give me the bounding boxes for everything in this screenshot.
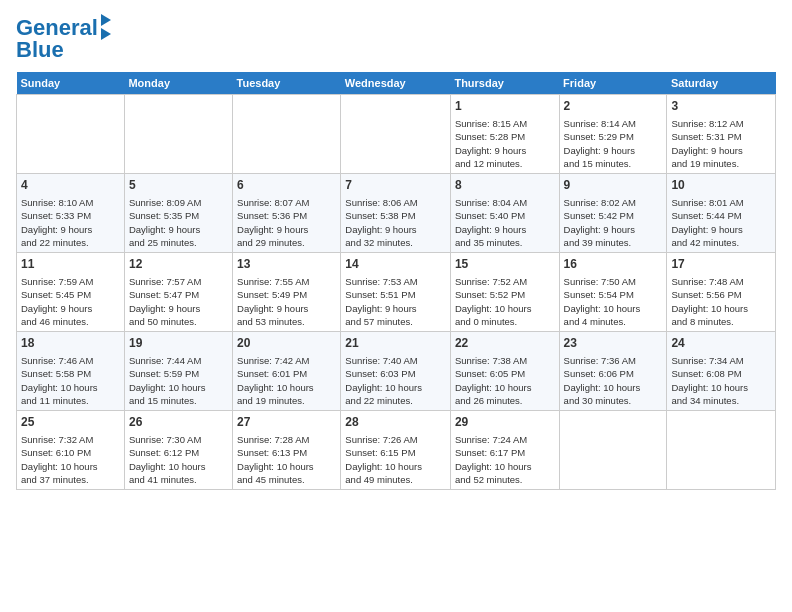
day-info: Sunrise: 7:55 AMSunset: 5:49 PMDaylight:… (237, 275, 336, 328)
day-number: 15 (455, 256, 555, 273)
calendar-cell: 29Sunrise: 7:24 AMSunset: 6:17 PMDayligh… (450, 411, 559, 490)
col-friday: Friday (559, 72, 667, 95)
logo-subtext: Blue (16, 38, 64, 62)
day-info: Sunrise: 8:02 AMSunset: 5:42 PMDaylight:… (564, 196, 663, 249)
calendar-cell: 9Sunrise: 8:02 AMSunset: 5:42 PMDaylight… (559, 174, 667, 253)
day-number: 24 (671, 335, 771, 352)
week-row-4: 18Sunrise: 7:46 AMSunset: 5:58 PMDayligh… (17, 332, 776, 411)
day-info: Sunrise: 7:48 AMSunset: 5:56 PMDaylight:… (671, 275, 771, 328)
calendar-cell: 14Sunrise: 7:53 AMSunset: 5:51 PMDayligh… (341, 253, 451, 332)
calendar-cell (124, 95, 232, 174)
day-number: 29 (455, 414, 555, 431)
calendar-cell: 12Sunrise: 7:57 AMSunset: 5:47 PMDayligh… (124, 253, 232, 332)
calendar-body: 1Sunrise: 8:15 AMSunset: 5:28 PMDaylight… (17, 95, 776, 490)
day-number: 18 (21, 335, 120, 352)
day-info: Sunrise: 8:09 AMSunset: 5:35 PMDaylight:… (129, 196, 228, 249)
calendar-table: Sunday Monday Tuesday Wednesday Thursday… (16, 72, 776, 490)
day-number: 20 (237, 335, 336, 352)
day-number: 17 (671, 256, 771, 273)
week-row-5: 25Sunrise: 7:32 AMSunset: 6:10 PMDayligh… (17, 411, 776, 490)
day-number: 22 (455, 335, 555, 352)
day-number: 5 (129, 177, 228, 194)
calendar-cell: 11Sunrise: 7:59 AMSunset: 5:45 PMDayligh… (17, 253, 125, 332)
day-number: 16 (564, 256, 663, 273)
day-info: Sunrise: 7:53 AMSunset: 5:51 PMDaylight:… (345, 275, 446, 328)
calendar-cell (341, 95, 451, 174)
day-number: 10 (671, 177, 771, 194)
calendar-cell: 21Sunrise: 7:40 AMSunset: 6:03 PMDayligh… (341, 332, 451, 411)
day-info: Sunrise: 7:30 AMSunset: 6:12 PMDaylight:… (129, 433, 228, 486)
calendar-cell: 3Sunrise: 8:12 AMSunset: 5:31 PMDaylight… (667, 95, 776, 174)
day-info: Sunrise: 7:57 AMSunset: 5:47 PMDaylight:… (129, 275, 228, 328)
day-number: 23 (564, 335, 663, 352)
calendar-cell (667, 411, 776, 490)
calendar-cell: 5Sunrise: 8:09 AMSunset: 5:35 PMDaylight… (124, 174, 232, 253)
header-row: Sunday Monday Tuesday Wednesday Thursday… (17, 72, 776, 95)
day-number: 19 (129, 335, 228, 352)
day-number: 1 (455, 98, 555, 115)
day-number: 13 (237, 256, 336, 273)
day-info: Sunrise: 7:59 AMSunset: 5:45 PMDaylight:… (21, 275, 120, 328)
week-row-1: 1Sunrise: 8:15 AMSunset: 5:28 PMDaylight… (17, 95, 776, 174)
day-number: 4 (21, 177, 120, 194)
day-number: 7 (345, 177, 446, 194)
day-info: Sunrise: 8:12 AMSunset: 5:31 PMDaylight:… (671, 117, 771, 170)
calendar-cell: 2Sunrise: 8:14 AMSunset: 5:29 PMDaylight… (559, 95, 667, 174)
day-number: 9 (564, 177, 663, 194)
calendar-cell (17, 95, 125, 174)
day-number: 3 (671, 98, 771, 115)
day-info: Sunrise: 7:40 AMSunset: 6:03 PMDaylight:… (345, 354, 446, 407)
day-number: 21 (345, 335, 446, 352)
day-info: Sunrise: 7:28 AMSunset: 6:13 PMDaylight:… (237, 433, 336, 486)
calendar-cell: 20Sunrise: 7:42 AMSunset: 6:01 PMDayligh… (233, 332, 341, 411)
day-info: Sunrise: 7:26 AMSunset: 6:15 PMDaylight:… (345, 433, 446, 486)
col-thursday: Thursday (450, 72, 559, 95)
calendar-cell: 1Sunrise: 8:15 AMSunset: 5:28 PMDaylight… (450, 95, 559, 174)
day-info: Sunrise: 8:01 AMSunset: 5:44 PMDaylight:… (671, 196, 771, 249)
day-info: Sunrise: 7:32 AMSunset: 6:10 PMDaylight:… (21, 433, 120, 486)
day-info: Sunrise: 8:14 AMSunset: 5:29 PMDaylight:… (564, 117, 663, 170)
day-number: 6 (237, 177, 336, 194)
day-number: 25 (21, 414, 120, 431)
calendar-cell: 8Sunrise: 8:04 AMSunset: 5:40 PMDaylight… (450, 174, 559, 253)
day-number: 14 (345, 256, 446, 273)
calendar-cell: 26Sunrise: 7:30 AMSunset: 6:12 PMDayligh… (124, 411, 232, 490)
calendar-cell: 22Sunrise: 7:38 AMSunset: 6:05 PMDayligh… (450, 332, 559, 411)
week-row-2: 4Sunrise: 8:10 AMSunset: 5:33 PMDaylight… (17, 174, 776, 253)
day-info: Sunrise: 7:36 AMSunset: 6:06 PMDaylight:… (564, 354, 663, 407)
col-tuesday: Tuesday (233, 72, 341, 95)
day-info: Sunrise: 8:15 AMSunset: 5:28 PMDaylight:… (455, 117, 555, 170)
calendar-cell: 19Sunrise: 7:44 AMSunset: 5:59 PMDayligh… (124, 332, 232, 411)
page: General Blue Sunday Monday Tuesday We (0, 0, 792, 498)
day-info: Sunrise: 7:34 AMSunset: 6:08 PMDaylight:… (671, 354, 771, 407)
calendar-cell: 27Sunrise: 7:28 AMSunset: 6:13 PMDayligh… (233, 411, 341, 490)
calendar-cell (233, 95, 341, 174)
header: General Blue (16, 16, 776, 62)
day-number: 26 (129, 414, 228, 431)
day-info: Sunrise: 7:52 AMSunset: 5:52 PMDaylight:… (455, 275, 555, 328)
day-info: Sunrise: 8:07 AMSunset: 5:36 PMDaylight:… (237, 196, 336, 249)
calendar-cell: 15Sunrise: 7:52 AMSunset: 5:52 PMDayligh… (450, 253, 559, 332)
day-number: 12 (129, 256, 228, 273)
day-info: Sunrise: 8:04 AMSunset: 5:40 PMDaylight:… (455, 196, 555, 249)
calendar-cell: 17Sunrise: 7:48 AMSunset: 5:56 PMDayligh… (667, 253, 776, 332)
calendar-cell: 13Sunrise: 7:55 AMSunset: 5:49 PMDayligh… (233, 253, 341, 332)
col-wednesday: Wednesday (341, 72, 451, 95)
day-info: Sunrise: 7:24 AMSunset: 6:17 PMDaylight:… (455, 433, 555, 486)
calendar-cell: 7Sunrise: 8:06 AMSunset: 5:38 PMDaylight… (341, 174, 451, 253)
day-info: Sunrise: 7:38 AMSunset: 6:05 PMDaylight:… (455, 354, 555, 407)
col-sunday: Sunday (17, 72, 125, 95)
day-number: 11 (21, 256, 120, 273)
calendar-cell: 24Sunrise: 7:34 AMSunset: 6:08 PMDayligh… (667, 332, 776, 411)
day-info: Sunrise: 8:10 AMSunset: 5:33 PMDaylight:… (21, 196, 120, 249)
day-info: Sunrise: 7:46 AMSunset: 5:58 PMDaylight:… (21, 354, 120, 407)
col-monday: Monday (124, 72, 232, 95)
calendar-cell: 10Sunrise: 8:01 AMSunset: 5:44 PMDayligh… (667, 174, 776, 253)
day-info: Sunrise: 7:50 AMSunset: 5:54 PMDaylight:… (564, 275, 663, 328)
logo: General Blue (16, 16, 111, 62)
col-saturday: Saturday (667, 72, 776, 95)
calendar-cell: 23Sunrise: 7:36 AMSunset: 6:06 PMDayligh… (559, 332, 667, 411)
week-row-3: 11Sunrise: 7:59 AMSunset: 5:45 PMDayligh… (17, 253, 776, 332)
day-info: Sunrise: 7:44 AMSunset: 5:59 PMDaylight:… (129, 354, 228, 407)
calendar-cell: 6Sunrise: 8:07 AMSunset: 5:36 PMDaylight… (233, 174, 341, 253)
